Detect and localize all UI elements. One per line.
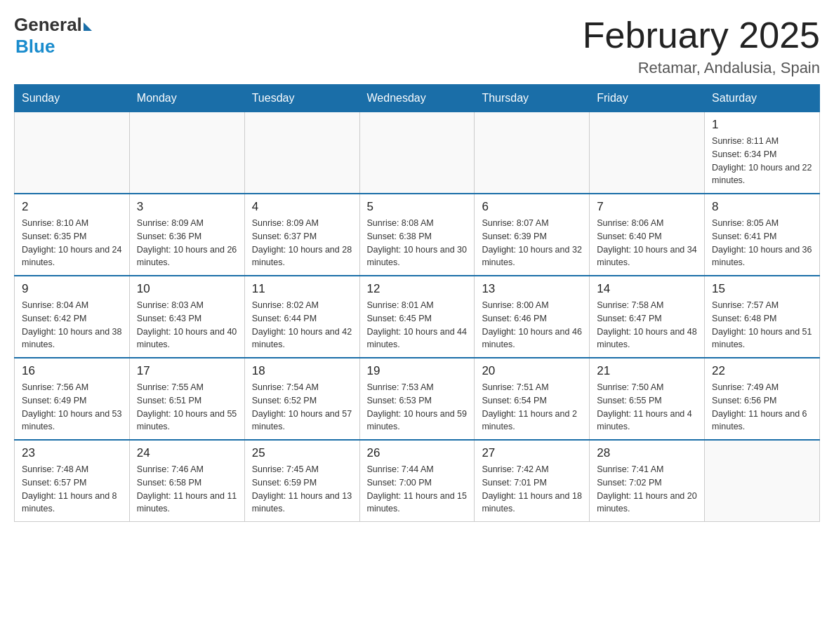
calendar-cell: 19Sunrise: 7:53 AM Sunset: 6:53 PM Dayli…	[359, 358, 475, 440]
calendar-cell: 12Sunrise: 8:01 AM Sunset: 6:45 PM Dayli…	[359, 276, 475, 358]
logo-triangle-icon	[84, 22, 92, 31]
calendar-cell: 4Sunrise: 8:09 AM Sunset: 6:37 PM Daylig…	[244, 194, 359, 276]
day-info: Sunrise: 7:55 AM Sunset: 6:51 PM Dayligh…	[137, 381, 237, 434]
day-info: Sunrise: 7:50 AM Sunset: 6:55 PM Dayligh…	[597, 381, 697, 434]
day-number: 17	[137, 364, 237, 378]
calendar-cell	[129, 112, 244, 194]
day-number: 3	[137, 200, 237, 214]
day-info: Sunrise: 8:08 AM Sunset: 6:38 PM Dayligh…	[367, 217, 468, 269]
calendar-cell: 13Sunrise: 8:00 AM Sunset: 6:46 PM Dayli…	[475, 276, 590, 358]
day-info: Sunrise: 8:07 AM Sunset: 6:39 PM Dayligh…	[482, 217, 582, 269]
calendar-cell: 2Sunrise: 8:10 AM Sunset: 6:35 PM Daylig…	[15, 194, 130, 276]
day-info: Sunrise: 8:00 AM Sunset: 6:46 PM Dayligh…	[482, 299, 582, 351]
day-info: Sunrise: 7:45 AM Sunset: 6:59 PM Dayligh…	[252, 463, 352, 516]
logo-text: General	[14, 14, 92, 36]
calendar-cell: 10Sunrise: 8:03 AM Sunset: 6:43 PM Dayli…	[129, 276, 244, 358]
month-title: February 2025	[583, 14, 820, 56]
calendar-week-row: 23Sunrise: 7:48 AM Sunset: 6:57 PM Dayli…	[15, 440, 820, 522]
calendar-cell: 22Sunrise: 7:49 AM Sunset: 6:56 PM Dayli…	[705, 358, 820, 440]
day-number: 13	[482, 282, 582, 296]
day-info: Sunrise: 8:05 AM Sunset: 6:41 PM Dayligh…	[712, 217, 812, 269]
day-number: 19	[367, 364, 468, 378]
day-of-week-header: Friday	[590, 85, 705, 112]
calendar-cell: 23Sunrise: 7:48 AM Sunset: 6:57 PM Dayli…	[15, 440, 130, 522]
day-number: 7	[597, 200, 697, 214]
day-of-week-header: Monday	[129, 85, 244, 112]
day-number: 8	[712, 200, 812, 214]
day-number: 11	[252, 282, 352, 296]
calendar-cell: 11Sunrise: 8:02 AM Sunset: 6:44 PM Dayli…	[244, 276, 359, 358]
day-info: Sunrise: 7:53 AM Sunset: 6:53 PM Dayligh…	[367, 381, 468, 434]
day-info: Sunrise: 8:02 AM Sunset: 6:44 PM Dayligh…	[252, 299, 352, 351]
day-info: Sunrise: 7:58 AM Sunset: 6:47 PM Dayligh…	[597, 299, 697, 351]
calendar-cell: 7Sunrise: 8:06 AM Sunset: 6:40 PM Daylig…	[590, 194, 705, 276]
calendar-cell: 1Sunrise: 8:11 AM Sunset: 6:34 PM Daylig…	[705, 112, 820, 194]
calendar-cell	[590, 112, 705, 194]
day-number: 28	[597, 446, 697, 460]
day-info: Sunrise: 8:04 AM Sunset: 6:42 PM Dayligh…	[22, 299, 122, 351]
day-number: 4	[252, 200, 352, 214]
day-info: Sunrise: 7:56 AM Sunset: 6:49 PM Dayligh…	[22, 381, 122, 434]
day-number: 18	[252, 364, 352, 378]
calendar-cell	[705, 440, 820, 522]
calendar-week-row: 2Sunrise: 8:10 AM Sunset: 6:35 PM Daylig…	[15, 194, 820, 276]
logo: General Blue	[14, 14, 92, 58]
day-number: 1	[712, 118, 812, 132]
day-number: 2	[22, 200, 122, 214]
calendar-cell: 20Sunrise: 7:51 AM Sunset: 6:54 PM Dayli…	[475, 358, 590, 440]
calendar-cell: 26Sunrise: 7:44 AM Sunset: 7:00 PM Dayli…	[359, 440, 475, 522]
calendar-cell: 3Sunrise: 8:09 AM Sunset: 6:36 PM Daylig…	[129, 194, 244, 276]
day-number: 23	[22, 446, 122, 460]
day-number: 27	[482, 446, 582, 460]
day-number: 26	[367, 446, 468, 460]
calendar-cell: 14Sunrise: 7:58 AM Sunset: 6:47 PM Dayli…	[590, 276, 705, 358]
calendar-cell: 8Sunrise: 8:05 AM Sunset: 6:41 PM Daylig…	[705, 194, 820, 276]
day-of-week-header: Wednesday	[359, 85, 475, 112]
day-number: 15	[712, 282, 812, 296]
calendar-week-row: 1Sunrise: 8:11 AM Sunset: 6:34 PM Daylig…	[15, 112, 820, 194]
calendar-cell	[15, 112, 130, 194]
day-number: 6	[482, 200, 582, 214]
day-number: 16	[22, 364, 122, 378]
day-info: Sunrise: 8:03 AM Sunset: 6:43 PM Dayligh…	[137, 299, 237, 351]
day-info: Sunrise: 7:42 AM Sunset: 7:01 PM Dayligh…	[482, 463, 582, 516]
day-number: 25	[252, 446, 352, 460]
calendar-cell: 25Sunrise: 7:45 AM Sunset: 6:59 PM Dayli…	[244, 440, 359, 522]
calendar-header-row: SundayMondayTuesdayWednesdayThursdayFrid…	[15, 85, 820, 112]
day-info: Sunrise: 7:49 AM Sunset: 6:56 PM Dayligh…	[712, 381, 812, 434]
day-info: Sunrise: 8:09 AM Sunset: 6:36 PM Dayligh…	[137, 217, 237, 269]
calendar-cell: 21Sunrise: 7:50 AM Sunset: 6:55 PM Dayli…	[590, 358, 705, 440]
day-of-week-header: Tuesday	[244, 85, 359, 112]
calendar-cell: 24Sunrise: 7:46 AM Sunset: 6:58 PM Dayli…	[129, 440, 244, 522]
day-info: Sunrise: 7:44 AM Sunset: 7:00 PM Dayligh…	[367, 463, 468, 516]
calendar-cell: 9Sunrise: 8:04 AM Sunset: 6:42 PM Daylig…	[15, 276, 130, 358]
day-info: Sunrise: 7:54 AM Sunset: 6:52 PM Dayligh…	[252, 381, 352, 434]
day-info: Sunrise: 8:01 AM Sunset: 6:45 PM Dayligh…	[367, 299, 468, 351]
day-info: Sunrise: 8:06 AM Sunset: 6:40 PM Dayligh…	[597, 217, 697, 269]
day-number: 24	[137, 446, 237, 460]
day-info: Sunrise: 7:51 AM Sunset: 6:54 PM Dayligh…	[482, 381, 582, 434]
day-info: Sunrise: 8:10 AM Sunset: 6:35 PM Dayligh…	[22, 217, 122, 269]
calendar-cell: 6Sunrise: 8:07 AM Sunset: 6:39 PM Daylig…	[475, 194, 590, 276]
day-of-week-header: Sunday	[15, 85, 130, 112]
day-info: Sunrise: 7:57 AM Sunset: 6:48 PM Dayligh…	[712, 299, 812, 351]
calendar-cell	[359, 112, 475, 194]
calendar-cell: 18Sunrise: 7:54 AM Sunset: 6:52 PM Dayli…	[244, 358, 359, 440]
day-info: Sunrise: 7:48 AM Sunset: 6:57 PM Dayligh…	[22, 463, 122, 516]
day-number: 14	[597, 282, 697, 296]
day-number: 21	[597, 364, 697, 378]
calendar-cell: 28Sunrise: 7:41 AM Sunset: 7:02 PM Dayli…	[590, 440, 705, 522]
day-number: 22	[712, 364, 812, 378]
calendar-cell: 27Sunrise: 7:42 AM Sunset: 7:01 PM Dayli…	[475, 440, 590, 522]
day-number: 9	[22, 282, 122, 296]
page-header: General Blue February 2025 Retamar, Anda…	[14, 14, 820, 77]
calendar-cell	[475, 112, 590, 194]
day-number: 5	[367, 200, 468, 214]
day-number: 12	[367, 282, 468, 296]
day-info: Sunrise: 7:41 AM Sunset: 7:02 PM Dayligh…	[597, 463, 697, 516]
calendar-cell	[244, 112, 359, 194]
calendar-week-row: 16Sunrise: 7:56 AM Sunset: 6:49 PM Dayli…	[15, 358, 820, 440]
location-text: Retamar, Andalusia, Spain	[583, 59, 820, 77]
calendar-table: SundayMondayTuesdayWednesdayThursdayFrid…	[14, 84, 820, 522]
day-info: Sunrise: 7:46 AM Sunset: 6:58 PM Dayligh…	[137, 463, 237, 516]
